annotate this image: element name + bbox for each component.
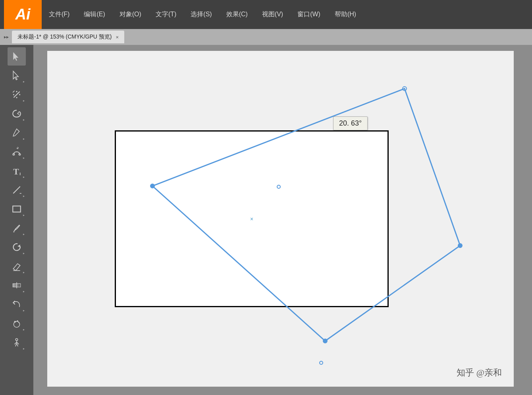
artboard: × [115,130,389,307]
svg-text:T: T [13,167,19,176]
menu-file[interactable]: 文件(F) [42,0,77,29]
menu-text[interactable]: 文字(T) [148,0,183,29]
menu-help[interactable]: 帮助(H) [328,0,363,29]
toolbar: T [0,45,33,395]
menu-effect[interactable]: 效果(C) [219,0,255,29]
svg-point-31 [403,87,407,91]
pen-tool[interactable] [8,124,26,142]
svg-point-21 [14,321,16,323]
menu-view[interactable]: 视图(V) [255,0,290,29]
canvas-area[interactable]: × 20. 63° [33,45,532,395]
menu-select[interactable]: 选择(S) [183,0,219,29]
svg-marker-0 [13,52,18,61]
svg-point-7 [16,97,17,98]
menu-edit[interactable]: 编辑(E) [77,0,112,29]
svg-point-23 [18,322,19,323]
menu-bar: Ai 文件(F) 编辑(E) 对象(O) 文字(T) 选择(S) 效果(C) 视… [0,0,532,29]
tab-title: 未标题-1* @ 153% (CMYK/GPU 预览) [17,33,112,41]
magic-wand-tool[interactable] [8,85,26,104]
tab-close-button[interactable]: × [116,34,119,40]
main-area: T [0,45,532,395]
symbol-tool[interactable] [8,314,26,333]
type-tool[interactable]: T [8,162,26,180]
svg-point-22 [17,320,18,321]
selection-tool[interactable] [8,47,26,66]
line-tool[interactable] [8,181,26,199]
menu-window[interactable]: 窗口(W) [290,0,328,29]
tab-expand-button[interactable]: ▸▸ [4,34,9,40]
svg-point-36 [320,361,323,364]
lasso-tool[interactable] [8,105,26,123]
svg-rect-15 [13,206,21,212]
angle-tooltip: 20. 63° [333,116,368,130]
svg-point-32 [458,244,462,248]
svg-line-2 [13,91,19,97]
svg-point-24 [15,339,17,341]
direct-selection-tool[interactable] [8,66,26,85]
menu-object[interactable]: 对象(O) [112,0,148,29]
active-tab[interactable]: 未标题-1* @ 153% (CMYK/GPU 预览) × [12,31,124,43]
gradient-tool[interactable] [8,276,26,294]
svg-line-29 [17,343,18,347]
svg-marker-16 [17,245,20,248]
ai-logo: Ai [4,0,42,29]
watermark: 知乎 @亲和 [457,367,502,379]
svg-point-6 [19,94,20,95]
rotate-tool[interactable] [8,238,26,256]
svg-line-28 [15,343,17,347]
angle-value: 20. 63° [339,119,362,127]
svg-line-3 [13,91,14,92]
undo-tool[interactable] [8,295,26,314]
svg-line-13 [13,186,20,193]
paintbrush-tool[interactable] [8,219,26,237]
tab-bar: ▸▸ 未标题-1* @ 153% (CMYK/GPU 预览) × [0,29,532,45]
svg-point-5 [13,94,14,95]
svg-point-33 [323,339,327,343]
eraser-tool[interactable] [8,257,26,275]
svg-marker-1 [13,71,18,80]
rectangle-tool[interactable] [8,200,26,218]
center-cross: × [250,216,253,222]
curvature-tool[interactable] [8,143,26,161]
svg-point-4 [16,91,17,92]
canvas-background: × 20. 63° [47,51,514,387]
puppet-tool[interactable] [8,333,26,352]
